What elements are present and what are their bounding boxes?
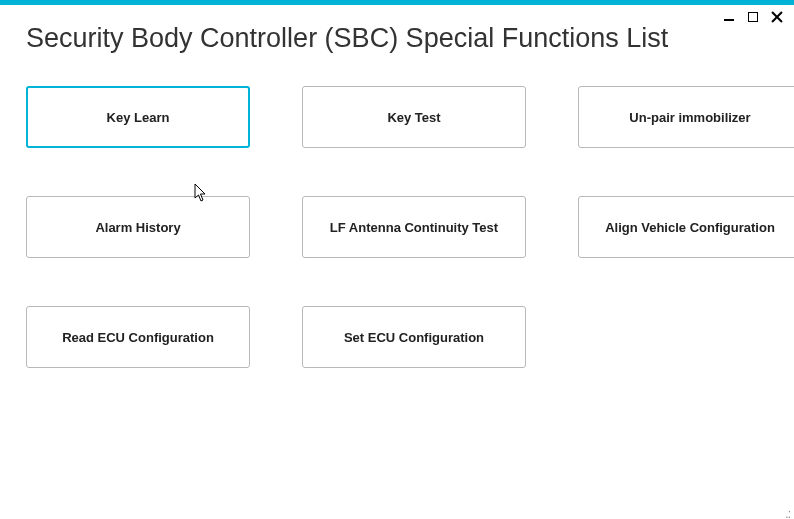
fn-label: Alarm History xyxy=(95,220,180,235)
fn-key-test[interactable]: Key Test xyxy=(302,86,526,148)
fn-key-learn[interactable]: Key Learn xyxy=(26,86,250,148)
fn-label: Set ECU Configuration xyxy=(344,330,484,345)
fn-label: Key Learn xyxy=(107,110,170,125)
fn-label: Un-pair immobilizer xyxy=(629,110,750,125)
maximize-button[interactable] xyxy=(746,10,760,24)
minimize-icon xyxy=(724,19,734,21)
titlebar-accent xyxy=(0,0,794,5)
fn-unpair-immobilizer[interactable]: Un-pair immobilizer xyxy=(578,86,794,148)
fn-align-vehicle-config[interactable]: Align Vehicle Configuration xyxy=(578,196,794,258)
close-button[interactable] xyxy=(770,10,784,24)
fn-label: Read ECU Configuration xyxy=(62,330,214,345)
fn-read-ecu-config[interactable]: Read ECU Configuration xyxy=(26,306,250,368)
functions-grid: Key Learn Key Test Un-pair immobilizer A… xyxy=(26,86,794,368)
page-title: Security Body Controller (SBC) Special F… xyxy=(26,23,794,54)
fn-label: LF Antenna Continuity Test xyxy=(330,220,498,235)
window-controls xyxy=(722,10,784,24)
fn-label: Key Test xyxy=(387,110,440,125)
maximize-icon xyxy=(748,12,758,22)
close-icon xyxy=(771,11,783,23)
fn-alarm-history[interactable]: Alarm History xyxy=(26,196,250,258)
fn-lf-antenna-test[interactable]: LF Antenna Continuity Test xyxy=(302,196,526,258)
fn-set-ecu-config[interactable]: Set ECU Configuration xyxy=(302,306,526,368)
minimize-button[interactable] xyxy=(722,10,736,24)
fn-label: Align Vehicle Configuration xyxy=(605,220,775,235)
resize-grip[interactable]: .: xyxy=(785,511,790,517)
